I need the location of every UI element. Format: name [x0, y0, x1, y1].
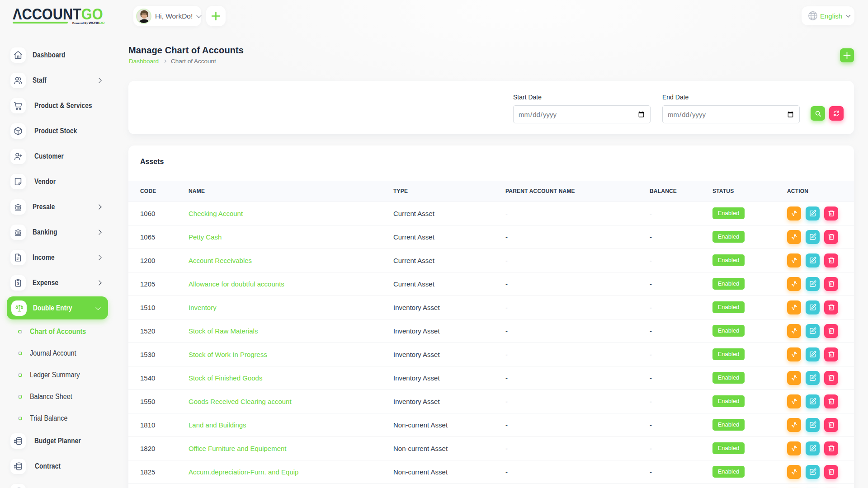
- svg-text:$: $: [17, 281, 19, 286]
